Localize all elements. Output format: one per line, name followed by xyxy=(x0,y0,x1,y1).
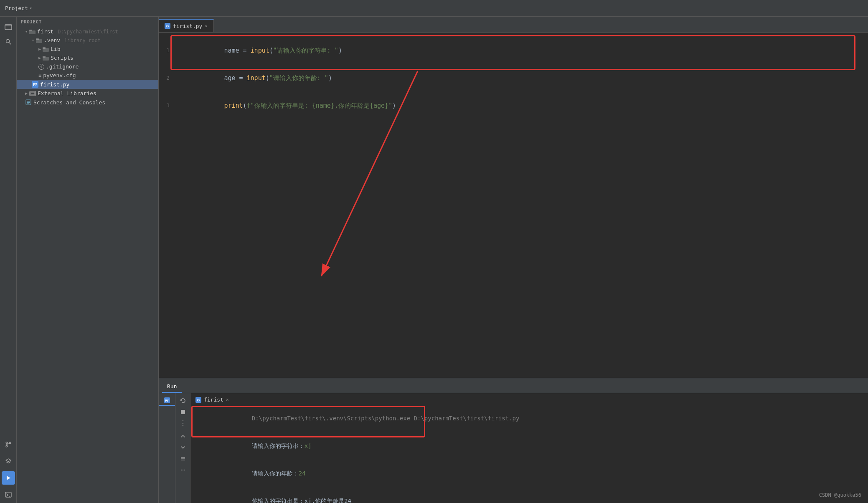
svg-rect-19 xyxy=(30,92,35,95)
run-panel-content: py xyxy=(159,393,868,503)
output-line-1: 请输入你的字符串：xj xyxy=(195,432,863,460)
venv-extra: library root xyxy=(64,38,101,43)
output-line-result: 你输入的字符串是：xj,你的年龄是24 xyxy=(195,487,863,503)
svg-point-30 xyxy=(184,470,185,470)
scratches-icon xyxy=(25,99,32,106)
project-chevron[interactable]: ▾ xyxy=(30,6,32,10)
run-extra-btn[interactable] xyxy=(178,465,188,475)
firist-label: firist.py xyxy=(40,81,69,88)
result-text: 你输入的字符串是：xj,你的年龄是24 xyxy=(252,498,351,503)
line-content-3: print(f"你输入的字符串是: {name},你的年龄是{age}") xyxy=(175,92,396,119)
run-vertical-toolbar: ⋮ xyxy=(175,393,190,503)
run-config-name: firist xyxy=(204,397,223,403)
line-num-1: 1 xyxy=(159,46,175,55)
code-line-2: 2 age = input("请输入你的年龄: ") xyxy=(159,64,868,92)
run-py-icon: py xyxy=(164,397,170,403)
left-icon-layers[interactable] xyxy=(2,455,15,468)
left-icon-terminal[interactable] xyxy=(2,488,15,501)
path-text: D:\pycharmTest\first\.venv\Scripts\pytho… xyxy=(252,415,520,422)
extlib-chevron: ▶ xyxy=(25,91,28,96)
svg-point-3 xyxy=(6,442,8,444)
gitignore-label: .gitignore xyxy=(46,63,79,70)
sidebar-item-venv[interactable]: ▾ .venv library root xyxy=(17,36,158,45)
svg-rect-24 xyxy=(181,410,185,414)
output-line-2: 请输入你的年龄：24 xyxy=(195,460,863,487)
scratches-label: Scratches and Consoles xyxy=(33,99,105,106)
run-config-line: py firist × xyxy=(195,397,863,404)
venv-chevron: ▾ xyxy=(32,38,34,43)
sidebar-item-firist[interactable]: py firist.py xyxy=(17,80,158,89)
tab-py-icon: py xyxy=(165,23,170,29)
left-icon-search[interactable] xyxy=(2,35,15,48)
sidebar-item-extlib[interactable]: ▶ External Libraries xyxy=(17,89,158,98)
scripts-chevron: ▶ xyxy=(38,56,41,60)
first-folder-label: first xyxy=(37,28,53,35)
line-num-2: 2 xyxy=(159,73,175,83)
top-bar: Project ▾ xyxy=(0,0,868,17)
tab-close-btn[interactable]: × xyxy=(205,23,208,29)
venv-label: .venv xyxy=(44,37,60,43)
svg-point-29 xyxy=(183,470,183,470)
svg-rect-15 xyxy=(43,47,46,49)
run-tab-label: Run xyxy=(167,383,177,389)
left-icon-git[interactable] xyxy=(2,438,15,451)
run-output-area[interactable]: py firist × D:\pycharmTest\first\.venv\S… xyxy=(190,393,868,503)
left-toolbar xyxy=(0,17,17,503)
code-line-3: 3 print(f"你输入的字符串是: {name},你的年龄是{age}") xyxy=(159,92,868,119)
output-line-path: D:\pycharmTest\first\.venv\Scripts\pytho… xyxy=(195,404,863,432)
svg-rect-13 xyxy=(36,38,39,40)
line-content-2: age = input("请输入你的年龄: ") xyxy=(175,64,332,92)
run-config-py-icon: py xyxy=(195,397,201,403)
sidebar-item-gitignore[interactable]: ⊘ .gitignore xyxy=(17,62,158,71)
scripts-label: Scripts xyxy=(51,55,74,61)
lib-label: Lib xyxy=(51,46,60,52)
pyvenv-icon: ≡ xyxy=(38,73,41,78)
project-label: Project xyxy=(5,5,28,11)
sidebar-item-scripts[interactable]: ▶ Scripts xyxy=(17,53,158,62)
sidebar-item-scratches[interactable]: Scratches and Consoles xyxy=(17,98,158,107)
svg-marker-7 xyxy=(7,476,10,480)
run-panel: Run py xyxy=(159,378,868,503)
lib-chevron: ▶ xyxy=(38,47,41,51)
svg-line-2 xyxy=(9,43,11,44)
run-scroll-up-btn[interactable] xyxy=(178,431,188,441)
run-config-close[interactable]: × xyxy=(226,397,229,402)
svg-point-1 xyxy=(6,40,9,43)
input-label-1: 请输入你的字符串： xyxy=(252,442,305,449)
left-icon-folder[interactable] xyxy=(2,20,15,33)
bottom-tab-run[interactable]: Run xyxy=(162,380,182,393)
project-title[interactable]: Project ▾ xyxy=(5,5,32,11)
line-num-3: 3 xyxy=(159,101,175,110)
sidebar-project-label: Project xyxy=(21,19,42,25)
sidebar-item-pyvenv[interactable]: ≡ pyvenv.cfg xyxy=(17,71,158,80)
sidebar-header: Project xyxy=(17,17,158,27)
input-value-1: xj xyxy=(305,442,312,449)
editor-tabs-bar: py firist.py × xyxy=(159,17,868,33)
svg-rect-17 xyxy=(43,56,46,58)
sidebar-item-first[interactable]: ▾ first D:\pycharmTest\first xyxy=(17,27,158,36)
left-icon-run[interactable] xyxy=(2,471,15,485)
extlib-label: External Libraries xyxy=(38,90,96,96)
run-toolbar: py xyxy=(159,393,175,503)
firist-py-icon: py xyxy=(32,81,38,88)
run-config-tab[interactable]: py xyxy=(159,396,175,406)
line-content-1: name = input("请输入你的字符串: ") xyxy=(175,37,342,64)
svg-rect-0 xyxy=(5,25,12,30)
run-scroll-down-btn[interactable] xyxy=(178,442,188,452)
project-sidebar: Project ▾ first D:\pycharmTest\first ▾ .… xyxy=(17,17,159,503)
svg-point-28 xyxy=(181,470,182,470)
run-stop-btn[interactable] xyxy=(178,407,188,417)
input-value-2: 24 xyxy=(299,470,306,477)
run-rerun-btn[interactable] xyxy=(178,396,188,406)
tab-filename: firist.py xyxy=(173,23,202,29)
bottom-tabs-bar: Run xyxy=(159,378,868,393)
editor-tab-firist[interactable]: py firist.py × xyxy=(159,19,214,32)
run-more-btn[interactable]: ⋮ xyxy=(178,418,188,428)
run-list-btn[interactable] xyxy=(178,454,188,464)
svg-rect-11 xyxy=(29,30,32,31)
gitignore-icon: ⊘ xyxy=(38,64,44,70)
input-label-2: 请输入你的年龄： xyxy=(252,470,299,477)
code-editor[interactable]: 1 name = input("请输入你的字符串: ") 2 age = inp… xyxy=(159,33,868,378)
svg-point-4 xyxy=(6,445,8,447)
sidebar-item-lib[interactable]: ▶ Lib xyxy=(17,45,158,53)
